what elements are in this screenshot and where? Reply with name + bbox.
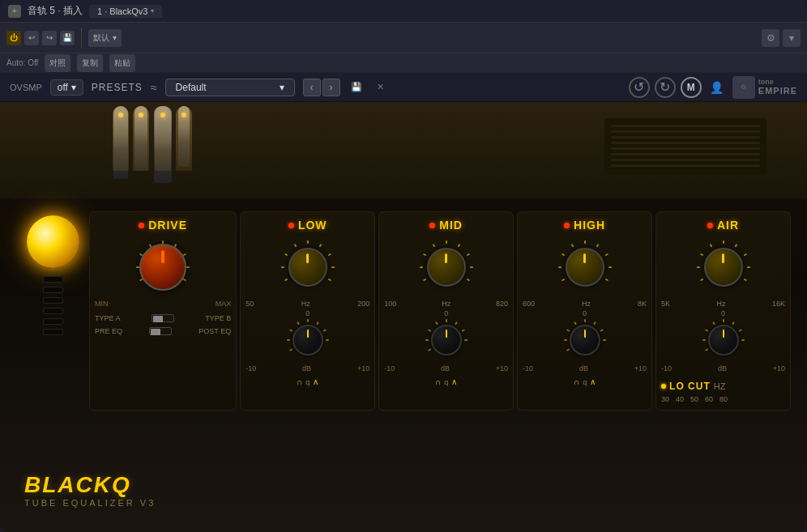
svg-rect-10 <box>281 266 284 268</box>
pre-post-switch[interactable] <box>149 327 172 335</box>
mid-freq-knob-container <box>417 238 476 296</box>
blackq-logo: BLACKQ TUBE EQUALIZER V3 <box>24 472 156 508</box>
svg-rect-68 <box>743 279 746 282</box>
power-section <box>16 211 89 335</box>
svg-rect-24 <box>322 329 326 332</box>
drive-panel: DRIVE <box>89 211 237 411</box>
mid-freq-knob[interactable] <box>427 248 466 287</box>
low-freq-labels: 50 Hz 200 <box>246 300 369 308</box>
preset-dropdown[interactable]: Default ▾ <box>165 79 295 96</box>
high-zero-label: 0 <box>583 309 587 317</box>
undo-button[interactable]: ↩ <box>24 31 39 45</box>
preset-save-icon[interactable]: 💾 <box>348 79 365 96</box>
high-panel: HIGH <box>517 211 652 411</box>
window-tab[interactable]: 1 · BlackQv3 ▾ <box>89 5 162 18</box>
low-q-row: ∩ q ∧ <box>297 377 318 386</box>
mid-q-label: q <box>444 378 448 386</box>
low-freq-high: 200 <box>357 300 369 308</box>
svg-rect-30 <box>446 240 447 244</box>
mid-gain-knob[interactable] <box>431 325 462 355</box>
svg-rect-50 <box>608 266 612 268</box>
svg-rect-67 <box>747 266 750 268</box>
drive-knob[interactable] <box>139 244 186 291</box>
svg-rect-60 <box>699 279 702 282</box>
air-freq-knob[interactable] <box>704 248 743 287</box>
svg-rect-66 <box>743 253 746 257</box>
svg-rect-39 <box>446 319 447 322</box>
svg-rect-43 <box>561 279 564 282</box>
main-window: + 音轨 5 · 插入 1 · BlackQv3 ▾ ⏻ ↩ ↪ 💾 默认 ▾ … <box>0 0 807 532</box>
mid-title: MID <box>439 219 463 232</box>
high-db-scale: -10 dB +10 <box>523 364 647 372</box>
low-gain-knob[interactable] <box>292 325 323 355</box>
lo-cut-freq-80: 80 <box>719 395 728 403</box>
drive-led <box>139 223 144 228</box>
svg-rect-56 <box>584 319 586 322</box>
high-freq-low: 600 <box>523 300 535 308</box>
high-q-row: ∩ q ∧ <box>574 377 596 386</box>
svg-rect-70 <box>702 339 706 341</box>
tube-1 <box>113 106 128 179</box>
plugin-body: DRIVE <box>0 102 807 532</box>
low-db-high: +10 <box>357 364 369 372</box>
tab-dot: ▾ <box>151 7 154 15</box>
high-freq-unit: Hz <box>582 300 591 308</box>
preset-prev-button[interactable]: ‹ <box>303 79 321 96</box>
default-button[interactable]: 默认 ▾ <box>88 29 122 47</box>
air-led <box>707 223 713 228</box>
type-a-label: TYPE A <box>95 314 121 322</box>
type-ab-switch[interactable] <box>152 314 174 322</box>
svg-rect-9 <box>284 279 288 282</box>
power-orb[interactable] <box>27 215 79 268</box>
compare-button[interactable]: 对照 <box>45 54 70 72</box>
svg-rect-31 <box>457 244 460 247</box>
redo-button[interactable]: ↪ <box>42 31 57 45</box>
air-zero-label: 0 <box>721 309 725 317</box>
svg-rect-45 <box>561 253 564 257</box>
svg-rect-23 <box>316 321 319 325</box>
save-button[interactable]: 💾 <box>60 31 75 45</box>
air-db-scale: -10 dB +10 <box>661 364 785 372</box>
undo-circle-button[interactable]: ↺ <box>629 77 650 98</box>
low-title: LOW <box>298 219 327 232</box>
preset-nav: ‹ › <box>303 79 340 96</box>
copy-button[interactable]: 复制 <box>77 54 103 72</box>
svg-rect-11 <box>284 253 288 257</box>
svg-rect-58 <box>600 329 603 332</box>
svg-rect-59 <box>603 339 606 341</box>
svg-rect-32 <box>466 253 469 257</box>
low-freq-knob-container <box>279 238 337 296</box>
presets-label: PRESETS <box>92 82 143 93</box>
low-zero-label: 0 <box>305 309 310 317</box>
air-gain-knob[interactable] <box>708 325 739 355</box>
air-freq-unit: Hz <box>717 300 726 308</box>
preset-close-icon[interactable]: ✕ <box>373 79 389 96</box>
match-button[interactable]: M <box>681 77 702 98</box>
svg-rect-37 <box>428 329 431 332</box>
high-freq-high: 8K <box>638 300 647 308</box>
title-bar: + 音轨 5 · 插入 1 · BlackQv3 ▾ <box>0 0 807 23</box>
pre-eq-label: PRE EQ <box>95 327 122 335</box>
high-gain-knob[interactable] <box>570 325 600 355</box>
settings-gear-button[interactable]: ⚙ <box>762 29 779 47</box>
paste-button[interactable]: 粘贴 <box>109 54 135 72</box>
ovsmp-dropdown[interactable]: off ▾ <box>50 79 83 96</box>
air-db-low: -10 <box>661 364 672 372</box>
svg-rect-34 <box>466 279 469 282</box>
low-freq-unit: Hz <box>301 300 310 308</box>
user-profile-button[interactable]: 👤 <box>707 77 728 98</box>
settings-arrow-button[interactable]: ▾ <box>783 29 801 47</box>
svg-rect-54 <box>566 329 570 332</box>
svg-rect-71 <box>704 329 707 332</box>
preset-next-button[interactable]: › <box>322 79 340 96</box>
redo-circle-button[interactable]: ↻ <box>655 77 676 98</box>
tone-empire-box: ⚙ <box>732 76 755 99</box>
low-freq-knob[interactable] <box>288 248 327 287</box>
svg-rect-74 <box>732 321 735 325</box>
lo-cut-freqs: 30 40 50 60 80 <box>661 395 785 403</box>
svg-rect-28 <box>423 253 426 257</box>
high-db-high: +10 <box>634 364 647 372</box>
power-button[interactable]: ⏻ <box>6 31 21 45</box>
high-freq-knob[interactable] <box>566 248 604 287</box>
low-panel: LOW <box>240 211 375 411</box>
